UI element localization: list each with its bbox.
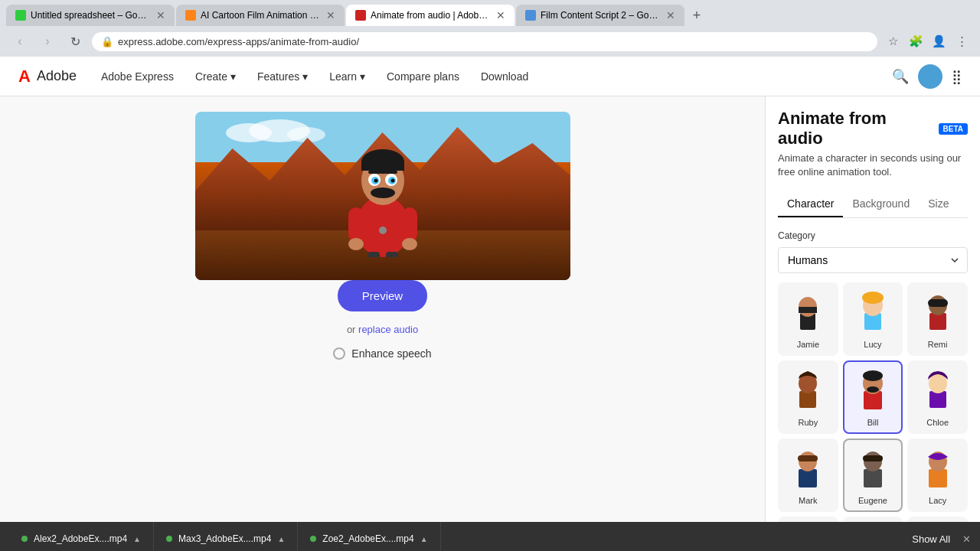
char-name-jamie: Jamie [797, 340, 819, 349]
tab-title-1: Untitled spreadsheet – Google ... [31, 10, 152, 21]
svg-rect-27 [929, 313, 946, 330]
nav-item-create[interactable]: Create ▾ [186, 64, 245, 89]
beta-badge: BETA [939, 123, 968, 135]
char-card-lacy[interactable]: Lacy [907, 439, 968, 512]
char-card-eugene[interactable]: Eugene [843, 439, 903, 512]
char-avatar-remi [915, 289, 961, 334]
tab-size[interactable]: Size [919, 191, 958, 217]
address-bar[interactable]: 🔒 express.adobe.com/express-apps/animate… [92, 32, 877, 51]
svg-rect-29 [928, 299, 948, 307]
tab-character[interactable]: Character [778, 191, 843, 217]
char-card-ruby[interactable]: Ruby [778, 360, 838, 434]
bookmark-icon[interactable]: ☆ [884, 32, 902, 51]
char-card-row4-2[interactable] [843, 517, 903, 522]
browser-toolbar: ☆ 🧩 👤 ⋮ [884, 32, 971, 51]
tab-close-4[interactable]: ✕ [666, 9, 675, 21]
char-card-row4-3[interactable] [907, 517, 968, 522]
download-item-3[interactable]: Zoe2_AdobeEx....mp4 ▲ [298, 522, 440, 551]
char-avatar-mark [785, 445, 831, 491]
browser-tab-1[interactable]: Untitled spreadsheet – Google ... ✕ [6, 5, 175, 26]
panel-subtitle: Animate a character in seconds using our… [778, 152, 968, 179]
char-card-jamie[interactable]: Jamie [778, 282, 838, 356]
tab-close-3[interactable]: ✕ [496, 9, 505, 21]
char-avatar-bill [850, 367, 896, 412]
download-chevron-3[interactable]: ▲ [420, 535, 428, 543]
char-avatar-lacy [915, 445, 961, 491]
user-avatar[interactable] [918, 64, 942, 89]
download-chevron-2[interactable]: ▲ [277, 535, 285, 543]
svg-rect-15 [402, 207, 417, 242]
nav-item-express[interactable]: Adobe Express [92, 64, 183, 89]
forward-button[interactable]: › [37, 31, 58, 52]
lock-icon: 🔒 [101, 36, 113, 47]
svg-rect-42 [799, 469, 817, 487]
preview-button[interactable]: Preview [338, 280, 427, 311]
adobe-logo-text: Adobe [37, 68, 77, 84]
char-card-chloe[interactable]: Chloe [907, 360, 968, 434]
char-name-chloe: Chloe [926, 418, 949, 427]
tab-close-2[interactable]: ✕ [326, 9, 335, 21]
svg-point-26 [862, 292, 884, 304]
more-icon[interactable]: ⋮ [952, 32, 971, 51]
refresh-button[interactable]: ↻ [64, 31, 86, 52]
downloads-bar: Alex2_AdobeEx....mp4 ▲ Max3_AdobeEx....m… [0, 522, 980, 551]
svg-point-34 [863, 370, 883, 381]
char-name-bill: Bill [867, 418, 879, 427]
tab-close-1[interactable]: ✕ [156, 9, 165, 21]
search-icon[interactable]: 🔍 [892, 68, 909, 85]
tab-background[interactable]: Background [843, 191, 919, 217]
svg-rect-23 [799, 307, 817, 313]
nav-item-compare-plans[interactable]: Compare plans [377, 64, 469, 89]
panel-tabs: Character Background Size [778, 191, 968, 218]
browser-tab-3[interactable]: Animate from audio | Adobe E... ✕ [346, 5, 514, 26]
new-tab-button[interactable]: + [686, 5, 707, 26]
panel-title: Animate from audio BETA [778, 109, 968, 148]
download-item-1[interactable]: Alex2_AdobeEx....mp4 ▲ [9, 522, 154, 551]
browser-tab-2[interactable]: AI Cartoon Film Animation – C... ✕ [176, 5, 345, 26]
char-card-bill[interactable]: Bill [843, 360, 903, 434]
char-card-remi[interactable]: Remi [907, 282, 968, 356]
nav-item-features[interactable]: Features ▾ [248, 64, 317, 89]
back-button[interactable]: ‹ [9, 31, 31, 52]
adobe-logo-icon: A [18, 67, 31, 86]
tab-title-2: AI Cartoon Film Animation – C... [201, 10, 322, 21]
category-dropdown[interactable]: Humans Animals Fantasy Robots [778, 247, 968, 273]
extensions-icon[interactable]: 🧩 [906, 32, 925, 51]
profile-icon[interactable]: 👤 [929, 32, 948, 51]
svg-rect-12 [385, 171, 397, 174]
svg-point-10 [390, 179, 394, 183]
svg-rect-14 [348, 207, 364, 242]
svg-point-9 [374, 179, 377, 183]
char-avatar-eugene [850, 445, 896, 491]
svg-rect-18 [368, 252, 380, 257]
browser-tab-4[interactable]: Film Content Script 2 – Goog... ✕ [516, 5, 684, 26]
download-status-3 [310, 536, 316, 542]
show-all-button[interactable]: Show All [912, 533, 950, 545]
download-filename-2: Max3_AdobeEx....mp4 [178, 533, 271, 544]
downloads-close[interactable]: ✕ [962, 533, 971, 545]
replace-audio-link[interactable]: replace audio [358, 324, 418, 335]
category-label: Category [778, 230, 968, 241]
char-name-remi: Remi [928, 340, 948, 349]
svg-rect-40 [929, 391, 946, 408]
char-avatar-ruby [785, 367, 831, 412]
char-card-mark[interactable]: Mark [778, 439, 838, 512]
apps-grid-icon[interactable]: ⣿ [952, 68, 962, 85]
svg-rect-44 [798, 455, 818, 461]
adobe-logo[interactable]: A Adobe [18, 67, 77, 86]
tab-favicon-3 [355, 10, 366, 21]
character-bill [333, 116, 433, 257]
svg-rect-47 [863, 455, 883, 461]
char-card-lucy[interactable]: Lucy [843, 282, 903, 356]
download-item-2[interactable]: Max3_AdobeEx....mp4 ▲ [154, 522, 298, 551]
nav-item-learn[interactable]: Learn ▾ [320, 64, 374, 89]
svg-rect-11 [368, 171, 381, 174]
animation-preview-canvas [195, 112, 570, 280]
nav-item-download[interactable]: Download [472, 64, 537, 89]
svg-point-17 [402, 238, 417, 250]
enhance-speech-radio[interactable] [333, 347, 345, 360]
svg-rect-30 [799, 391, 816, 408]
download-chevron-1[interactable]: ▲ [133, 535, 141, 543]
tab-favicon-4 [525, 10, 536, 21]
char-card-row4-1[interactable] [778, 517, 838, 522]
